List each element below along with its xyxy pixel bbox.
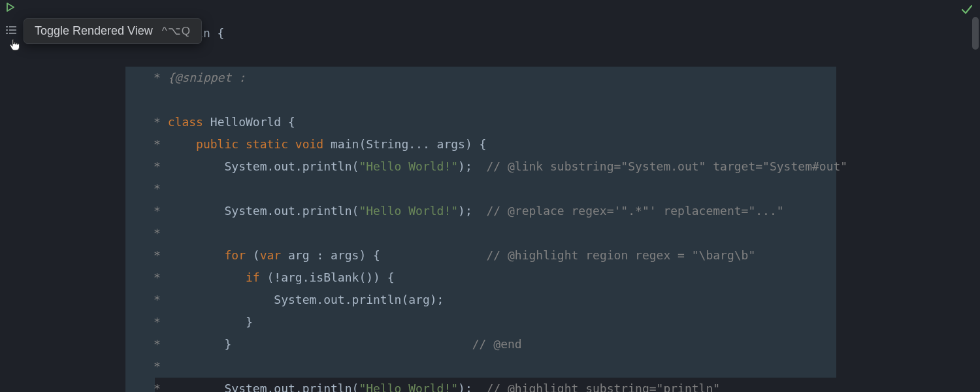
javadoc-replace-tag: // @replace regex='".*"' replacement="..… <box>486 204 783 218</box>
tooltip-toggle-rendered-view: Toggle Rendered View ^⌥Q <box>24 18 202 44</box>
javadoc-link-tag: // @link substring="System.out" target="… <box>486 159 847 173</box>
javadoc-highlight-region-tag: // @highlight region regex = "\barg\b" <box>486 248 755 262</box>
svg-marker-0 <box>7 3 14 11</box>
code-surface[interactable]: public class Main { * {@snippet : * clas… <box>26 0 980 392</box>
javadoc-highlight-tag: // @highlight substring="println" <box>486 382 720 392</box>
code-line[interactable]: * if (!arg.isBlank()) { <box>26 222 980 244</box>
tooltip-shortcut: ^⌥Q <box>162 24 191 38</box>
editor-gutter <box>0 0 26 392</box>
toggle-rendered-view-icon[interactable] <box>5 24 17 37</box>
tooltip-label: Toggle Rendered View <box>35 24 153 38</box>
code-line[interactable]: * {@snippet : <box>26 44 980 67</box>
code-editor[interactable]: Toggle Rendered View ^⌥Q public class Ma… <box>0 0 980 392</box>
code-line[interactable]: * <box>26 178 980 200</box>
code-line[interactable]: * public static void main(String... args… <box>26 89 980 111</box>
javadoc-end-tag: // @end <box>472 337 522 351</box>
javadoc-snippet-tag: {@snippet : <box>168 71 246 84</box>
code-line[interactable]: * } <box>26 355 980 378</box>
run-icon[interactable] <box>5 1 16 15</box>
